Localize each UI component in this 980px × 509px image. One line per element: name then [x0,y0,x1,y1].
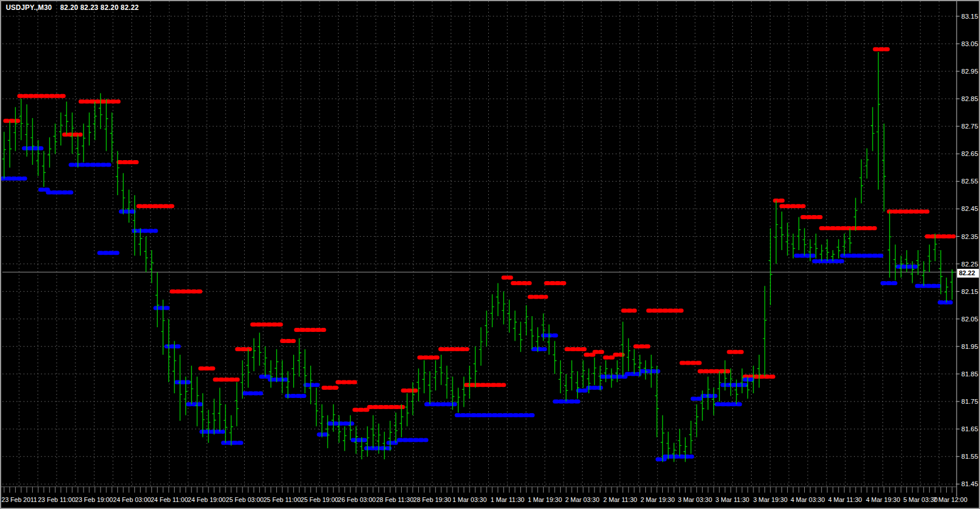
price-axis-label[interactable]: 82.95 [961,68,978,75]
chart-title: USDJPY.,M3082.20 82.23 82.20 82.22 [6,4,139,12]
current-price-badge: 82.22 [957,269,980,278]
time-axis-label[interactable]: 25 Feb 19:00 [301,496,339,503]
time-axis-label[interactable]: 1 Mar 03:30 [453,496,487,503]
price-axis-label[interactable]: 83.15 [961,13,978,20]
price-axis-label[interactable]: 82.45 [961,205,978,212]
time-axis-label[interactable]: 2 Mar 03:30 [565,496,600,503]
time-axis-label[interactable]: 23 Feb 2011 [2,496,37,503]
time-axis-label[interactable]: 23 Feb 11:00 [38,496,75,503]
time-axis-label[interactable]: 3 Mar 03:30 [678,496,713,503]
symbol-timeframe-label: USDJPY.,M30 [6,4,52,12]
chart-background [1,1,979,508]
price-axis-label[interactable]: 81.95 [961,343,978,350]
time-axis-label[interactable]: 3 Mar 11:30 [715,496,749,503]
price-axis-label[interactable]: 82.85 [961,95,978,102]
time-axis-label[interactable]: 24 Feb 03:00 [113,496,151,503]
price-axis-label[interactable]: 81.85 [961,371,978,378]
time-axis-label[interactable]: 7 Mar 12:00 [933,496,968,503]
time-axis-label[interactable]: 4 Mar 19:30 [866,496,901,503]
time-axis-label[interactable]: 25 Feb 11:00 [263,496,301,503]
time-axis-label[interactable]: 4 Mar 11:30 [828,496,862,503]
time-axis-label[interactable]: 24 Feb 11:00 [151,496,188,503]
price-axis-label[interactable]: 82.75 [961,123,978,130]
price-axis-label[interactable]: 82.15 [961,288,978,295]
price-axis-label[interactable]: 81.75 [961,398,978,405]
price-axis-label[interactable]: 82.25 [961,261,978,268]
quote-ohlc-label: 82.20 82.23 82.20 82.22 [60,4,139,12]
time-axis-label[interactable]: 25 Feb 03:00 [226,496,264,503]
time-axis-label[interactable]: 23 Feb 19:00 [75,496,113,503]
price-axis-label[interactable]: 81.45 [961,480,978,487]
time-axis-label[interactable]: 2 Mar 11:30 [603,496,637,503]
price-axis-label[interactable]: 81.55 [961,453,978,460]
time-axis-label[interactable]: 5 Mar 03:30 [903,496,938,503]
price-axis-label[interactable]: 82.05 [961,316,978,323]
chart-plot-area[interactable]: 83.1583.0582.9582.8582.7582.6582.5582.45… [1,1,979,508]
time-axis-label[interactable]: 1 Mar 11:30 [491,496,524,503]
time-axis-label[interactable]: 4 Mar 03:30 [791,496,825,503]
price-axis-label[interactable]: 81.65 [961,425,978,432]
time-axis-label[interactable]: 28 Feb 19:30 [413,496,451,503]
time-axis-label[interactable]: 1 Mar 19:30 [528,496,562,503]
price-axis-label[interactable]: 82.65 [961,150,978,157]
chart-window: 83.1583.0582.9582.8582.7582.6582.5582.45… [0,0,980,509]
time-axis-label[interactable]: 2 Mar 19:30 [641,496,675,503]
price-axis-label[interactable]: 83.05 [961,40,978,47]
time-axis-label[interactable]: 28 Feb 11:30 [376,496,413,503]
time-axis-label[interactable]: 24 Feb 19:00 [188,496,226,503]
price-axis-label[interactable]: 82.35 [961,233,978,240]
time-axis-label[interactable]: 26 Feb 03:00 [338,496,376,503]
time-axis-label[interactable]: 3 Mar 19:30 [753,496,788,503]
price-axis-label[interactable]: 82.55 [961,178,978,185]
